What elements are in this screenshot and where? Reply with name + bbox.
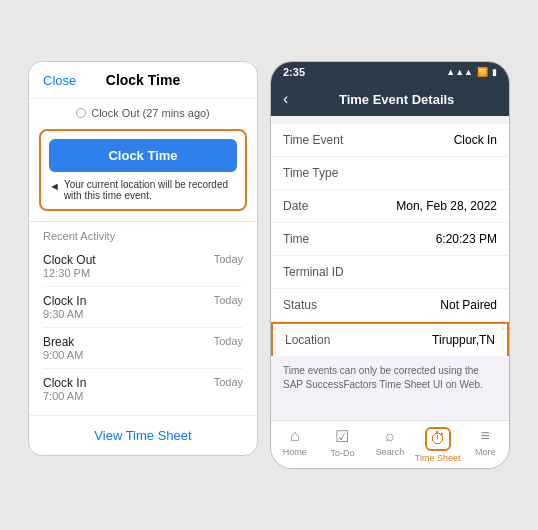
list-item: Clock In 7:00 AM Today bbox=[43, 369, 243, 409]
location-text: Your current location will be recorded w… bbox=[64, 179, 237, 201]
timesheet-icon: ⏱ bbox=[425, 427, 451, 451]
list-item: Break 9:00 AM Today bbox=[43, 328, 243, 369]
detail-row-terminal: Terminal ID bbox=[271, 256, 509, 289]
activity-time: 9:30 AM bbox=[43, 308, 86, 320]
time-event-label: Time Event bbox=[283, 133, 343, 147]
nav-title: Time Event Details bbox=[296, 92, 497, 107]
status-time: 2:35 bbox=[283, 66, 305, 78]
activity-day: Today bbox=[214, 335, 243, 347]
date-value: Mon, Feb 28, 2022 bbox=[396, 199, 497, 213]
activity-list: Clock Out 12:30 PM Today Clock In 9:30 A… bbox=[29, 246, 257, 409]
detail-card: Time Event Clock In Time Type Date Mon, … bbox=[271, 124, 509, 356]
status-bar: 2:35 ▲▲▲ 🛜 ▮ bbox=[271, 62, 509, 82]
status-label: Status bbox=[283, 298, 317, 312]
search-icon: ⌕ bbox=[385, 427, 395, 445]
nav-home[interactable]: ⌂ Home bbox=[271, 421, 319, 468]
nav-todo[interactable]: ☑ To-Do bbox=[319, 421, 367, 468]
list-item: Clock In 9:30 AM Today bbox=[43, 287, 243, 328]
todo-label: To-Do bbox=[330, 448, 354, 458]
nav-more[interactable]: ≡ More bbox=[461, 421, 509, 468]
activity-name: Clock Out bbox=[43, 253, 96, 267]
clock-out-label: Clock Out (27 mins ago) bbox=[91, 107, 210, 119]
location-value: Tiruppur,TN bbox=[432, 333, 495, 347]
bottom-nav: ⌂ Home ☑ To-Do ⌕ Search ⏱ Time Sheet ≡ M… bbox=[271, 420, 509, 468]
time-label: Time bbox=[283, 232, 309, 246]
more-label: More bbox=[475, 447, 496, 457]
recent-label: Recent Activity bbox=[29, 222, 257, 246]
home-icon: ⌂ bbox=[290, 427, 300, 445]
time-type-label: Time Type bbox=[283, 166, 338, 180]
notice-text: Time events can only be corrected using … bbox=[271, 356, 509, 400]
wifi-icon: 🛜 bbox=[477, 67, 488, 77]
page-title: Clock Time bbox=[106, 72, 180, 88]
clock-time-button[interactable]: Clock Time bbox=[49, 139, 237, 172]
radio-icon bbox=[76, 108, 86, 118]
left-header: Close Clock Time bbox=[29, 62, 257, 99]
detail-row-location: Location Tiruppur,TN bbox=[271, 322, 509, 356]
activity-day: Today bbox=[214, 294, 243, 306]
location-icon: ◄ bbox=[49, 180, 60, 192]
nav-header: ‹ Time Event Details bbox=[271, 82, 509, 116]
clock-out-option[interactable]: Clock Out (27 mins ago) bbox=[29, 99, 257, 123]
back-button[interactable]: ‹ bbox=[283, 90, 288, 108]
detail-row-time-event: Time Event Clock In bbox=[271, 124, 509, 157]
activity-day: Today bbox=[214, 253, 243, 265]
left-screen: Close Clock Time Clock Out (27 mins ago)… bbox=[28, 61, 258, 456]
activity-name: Clock In bbox=[43, 294, 86, 308]
nav-timesheet[interactable]: ⏱ Time Sheet bbox=[414, 421, 462, 468]
highlight-box: Clock Time ◄ Your current location will … bbox=[39, 129, 247, 211]
todo-icon: ☑ bbox=[335, 427, 349, 446]
detail-row-time: Time 6:20:23 PM bbox=[271, 223, 509, 256]
location-notice: ◄ Your current location will be recorded… bbox=[49, 179, 237, 201]
battery-icon: ▮ bbox=[492, 67, 497, 77]
detail-row-status: Status Not Paired bbox=[271, 289, 509, 322]
time-event-value: Clock In bbox=[454, 133, 497, 147]
list-item: Clock Out 12:30 PM Today bbox=[43, 246, 243, 287]
close-button[interactable]: Close bbox=[43, 73, 76, 88]
activity-name: Clock In bbox=[43, 376, 86, 390]
terminal-label: Terminal ID bbox=[283, 265, 344, 279]
date-label: Date bbox=[283, 199, 308, 213]
activity-time: 9:00 AM bbox=[43, 349, 83, 361]
status-value: Not Paired bbox=[440, 298, 497, 312]
detail-row-date: Date Mon, Feb 28, 2022 bbox=[271, 190, 509, 223]
more-icon: ≡ bbox=[481, 427, 490, 445]
activity-day: Today bbox=[214, 376, 243, 388]
activity-time: 12:30 PM bbox=[43, 267, 96, 279]
home-label: Home bbox=[283, 447, 307, 457]
location-label: Location bbox=[285, 333, 330, 347]
time-value: 6:20:23 PM bbox=[436, 232, 497, 246]
detail-row-time-type: Time Type bbox=[271, 157, 509, 190]
activity-name: Break bbox=[43, 335, 83, 349]
signal-icon: ▲▲▲ bbox=[446, 67, 473, 77]
nav-search[interactable]: ⌕ Search bbox=[366, 421, 414, 468]
status-icons: ▲▲▲ 🛜 ▮ bbox=[446, 67, 497, 77]
view-sheet-button[interactable]: View Time Sheet bbox=[29, 415, 257, 455]
search-label: Search bbox=[376, 447, 405, 457]
timesheet-label: Time Sheet bbox=[415, 453, 461, 463]
right-screen: 2:35 ▲▲▲ 🛜 ▮ ‹ Time Event Details Time E… bbox=[270, 61, 510, 469]
activity-time: 7:00 AM bbox=[43, 390, 86, 402]
